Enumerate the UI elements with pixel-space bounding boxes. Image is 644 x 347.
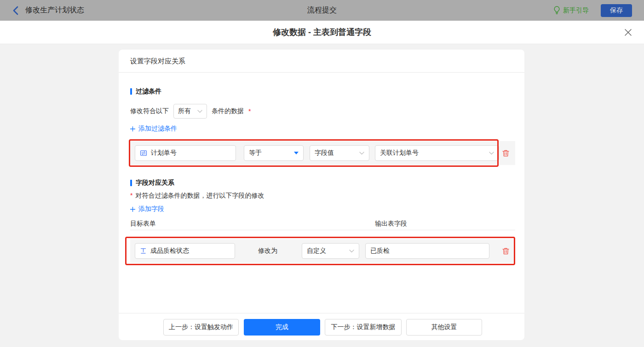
prev-step-button[interactable]: 上一步：设置触发动作: [163, 319, 239, 336]
section-bar-icon: [130, 180, 132, 186]
next-step-button[interactable]: 下一步：设置新增数据: [325, 319, 402, 336]
chevron-down-icon: [359, 152, 364, 155]
required-asterisk: *: [130, 192, 132, 199]
beginner-guide-label: 新手引导: [563, 6, 589, 15]
condition-operator-value: 等于: [249, 149, 262, 157]
match-mode-value: 所有: [178, 107, 191, 115]
lightbulb-icon: [553, 6, 560, 15]
add-field-link[interactable]: 添加字段: [130, 205, 164, 213]
filter-section-label: 过滤条件: [136, 87, 161, 96]
section-bar-icon: [130, 88, 132, 95]
condition-value-field-value: 关联计划单号: [380, 149, 419, 157]
filter-match-row: 修改符合以下 所有 条件的数据 *: [130, 104, 251, 119]
match-mode-select[interactable]: 所有: [173, 104, 207, 119]
modify-to-label: 修改为: [258, 247, 277, 255]
condition-field-value: 计划单号: [151, 149, 177, 157]
delete-condition-trash-icon[interactable]: [502, 149, 510, 157]
plus-icon: [130, 126, 135, 131]
custom-value-input[interactable]: [365, 243, 489, 259]
add-filter-condition-label: 添加过滤条件: [138, 125, 177, 133]
caret-down-icon: [294, 152, 299, 154]
condition-field-select[interactable]: 计划单号: [135, 145, 236, 161]
target-field-select[interactable]: 成品质检状态: [135, 243, 235, 259]
done-button[interactable]: 完成: [244, 319, 320, 336]
add-filter-condition-link[interactable]: 添加过滤条件: [130, 125, 177, 133]
other-settings-button[interactable]: 其他设置: [406, 319, 482, 336]
mapping-description: * 对符合过滤条件的数据，进行以下字段的修改: [130, 192, 264, 200]
filter-section-title: 过滤条件: [130, 87, 161, 96]
serial-number-icon: [140, 149, 147, 157]
card-header-title: 设置字段对应关系: [119, 50, 524, 73]
modal-title: 修改数据 - 主表到普通字段: [0, 21, 644, 44]
condition-value-type-select[interactable]: 字段值: [310, 145, 369, 161]
required-asterisk: *: [248, 108, 251, 115]
topbar: 修改生产计划状态 流程提交 新手引导 保存: [0, 0, 644, 21]
value-mode-value: 自定义: [307, 247, 326, 255]
condition-value-field-select[interactable]: 关联计划单号: [375, 145, 499, 161]
mapping-description-text: 对符合过滤条件的数据，进行以下字段的修改: [135, 192, 264, 200]
text-field-icon: [140, 247, 147, 255]
modal-header: 修改数据 - 主表到普通字段: [0, 21, 644, 44]
value-mode-select[interactable]: 自定义: [302, 243, 359, 259]
field-mapping-row: 成品质检状态 修改为 自定义: [130, 239, 515, 263]
target-form-column-header: 目标表单: [130, 220, 156, 228]
filter-condition-row: 计划单号 等于 字段值 关联计划单号: [130, 141, 515, 165]
beginner-guide-button[interactable]: 新手引导: [553, 6, 589, 15]
close-icon[interactable]: [624, 28, 632, 36]
chevron-down-icon: [489, 152, 494, 155]
mapping-section-title: 字段对应关系: [130, 179, 174, 187]
flow-submit-tab: 流程提交: [0, 6, 644, 15]
match-prefix-label: 修改符合以下: [130, 107, 169, 115]
field-mapping-card: 设置字段对应关系 过滤条件 修改符合以下 所有 条件的数据 * 添加过滤条件: [119, 50, 524, 340]
page-title: 修改生产计划状态: [25, 6, 84, 15]
match-suffix-label: 条件的数据: [212, 107, 244, 115]
add-field-label: 添加字段: [138, 205, 164, 213]
condition-value-type-value: 字段值: [315, 149, 334, 157]
mapping-section-label: 字段对应关系: [136, 179, 174, 187]
modal-body: 设置字段对应关系 过滤条件 修改符合以下 所有 条件的数据 * 添加过滤条件: [0, 44, 644, 347]
plus-icon: [130, 207, 135, 212]
condition-operator-select[interactable]: 等于: [244, 145, 304, 161]
chevron-down-icon: [349, 250, 354, 253]
column-divider: [130, 230, 515, 230]
chevron-down-icon: [197, 110, 202, 113]
back-icon[interactable]: [12, 6, 18, 15]
target-field-value: 成品质检状态: [150, 247, 189, 255]
save-button[interactable]: 保存: [601, 4, 632, 17]
output-field-column-header: 输出表字段: [375, 220, 407, 228]
delete-mapping-trash-icon[interactable]: [502, 247, 510, 255]
